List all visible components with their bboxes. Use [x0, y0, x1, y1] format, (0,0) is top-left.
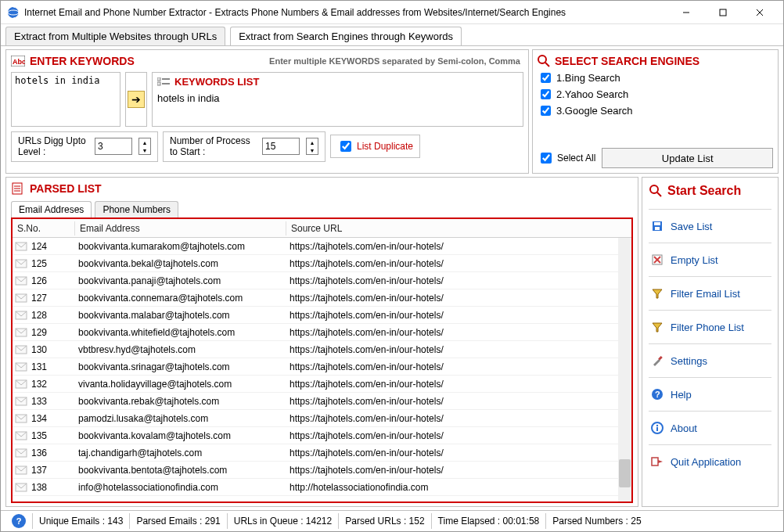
table-row[interactable]: 132vivanta.holidayvillage@tajhotels.comh… [13, 376, 631, 393]
magnifier-icon [538, 55, 550, 67]
search-engine-checkbox[interactable] [541, 73, 551, 83]
select-all-checkbox[interactable]: Select All [538, 150, 595, 166]
tab-email-addresses[interactable]: Email Addreses [11, 201, 92, 217]
table-row[interactable]: 124bookvivanta.kumarakom@tajhotels.comht… [13, 238, 631, 255]
search-engine-checkbox[interactable] [541, 106, 551, 116]
envelope-icon [14, 482, 28, 493]
cell-sno: 131 [30, 361, 77, 372]
envelope-icon [14, 327, 28, 338]
empty-list-button[interactable]: Empty List [649, 250, 771, 270]
maximize-button[interactable] [705, 2, 740, 23]
envelope-icon [14, 379, 28, 390]
cell-source-url: https://tajhotels.com/en-in/our-hotels/ [288, 465, 631, 476]
table-row[interactable]: 127bookvivanta.connemara@tajhotels.comht… [13, 289, 631, 307]
quit-button[interactable]: Quit Application [649, 451, 771, 472]
update-list-button[interactable]: Update List [602, 148, 773, 168]
filter-email-button[interactable]: Filter Email List [649, 283, 771, 304]
keywords-list-heading: KEYWORDS LIST [157, 76, 518, 88]
cell-email: bookvivanta.connemara@tajhotels.com [77, 293, 288, 304]
search-engine-item[interactable]: 3.Google Search [538, 103, 773, 118]
table-row[interactable]: 133bookvivanta.rebak@tajhotels.comhttps:… [13, 393, 631, 410]
col-email[interactable]: Email Address [75, 221, 286, 235]
cell-source-url: https://tajhotels.com/en-in/our-hotels/ [288, 310, 631, 321]
save-list-button[interactable]: Save List [649, 216, 771, 236]
status-help-icon[interactable]: ? [5, 513, 32, 529]
cell-email: pamodzi.lusaka@tajhotels.com [77, 413, 288, 424]
table-scrollbar[interactable] [618, 238, 631, 501]
about-button[interactable]: About [649, 418, 771, 438]
tab-phone-numbers[interactable]: Phone Numbers [95, 201, 178, 217]
digg-spinner[interactable]: ▲▼ [138, 138, 151, 155]
process-count-input[interactable] [262, 138, 300, 155]
table-row[interactable]: 135bookvivanta.kovalam@tajhotels.comhttp… [13, 427, 631, 444]
table-row[interactable]: 137bookvivanta.bentota@tajhotels.comhttp… [13, 462, 631, 479]
cell-sno: 125 [30, 258, 77, 269]
help-icon: ? [650, 387, 664, 401]
keywords-list-item[interactable]: hotels in india [157, 91, 518, 106]
col-sno[interactable]: S.No. [13, 221, 75, 235]
table-row[interactable]: 134pamodzi.lusaka@tajhotels.comhttps://t… [13, 410, 631, 427]
tab-extract-keywords[interactable]: Extract from Search Engines through Keyw… [230, 27, 462, 45]
table-row[interactable]: 126bookvivanta.panaji@tajhotels.comhttps… [13, 272, 631, 289]
cell-email: bookvivanta.bentota@tajhotels.com [77, 465, 288, 476]
statusbar: ? Unique Emails : 143 Parsed Emails : 29… [1, 510, 783, 530]
status-unique: Unique Emails : 143 [32, 513, 129, 529]
svg-text:Abc: Abc [13, 58, 25, 66]
col-source-url[interactable]: Source URL [286, 221, 631, 235]
svg-marker-50 [658, 460, 663, 463]
table-row[interactable]: 131bookvivanta.srinagar@tajhotels.comhtt… [13, 358, 631, 376]
filter-phone-label: Filter Phone List [671, 322, 744, 333]
cell-sno: 136 [30, 448, 77, 458]
cell-email: bookvivanta.rebak@tajhotels.com [77, 396, 288, 407]
table-row[interactable]: 136taj.chandigarh@tajhotels.comhttps://t… [13, 444, 631, 462]
actions-panel: Start Search Save List Empty List Filter… [642, 177, 779, 507]
list-duplicate-box: List Duplicate [330, 135, 420, 158]
svg-point-47 [656, 425, 658, 426]
empty-label: Empty List [671, 254, 718, 266]
table-row[interactable]: 138info@hotelassociationofindia.comhttp:… [13, 479, 631, 496]
keywords-hint: Enter multiple KEYWORDS separated by Sem… [269, 56, 520, 66]
svg-rect-3 [720, 9, 726, 16]
list-duplicate-input[interactable] [340, 141, 351, 152]
proc-label: Number of Process to Start : [170, 135, 256, 158]
envelope-icon [14, 275, 28, 286]
se-title: SELECT SEARCH ENGINES [555, 55, 699, 67]
filter-phone-button[interactable]: Filter Phone List [649, 317, 771, 337]
filter-email-label: Filter Email List [671, 288, 740, 300]
select-all-input[interactable] [541, 153, 552, 164]
digg-level-input[interactable] [95, 138, 132, 155]
scroll-thumb[interactable] [619, 459, 631, 487]
svg-line-13 [545, 63, 549, 66]
settings-label: Settings [671, 355, 707, 367]
start-search-label: Start Search [667, 184, 741, 198]
search-engine-item[interactable]: 2.Yahoo Search [538, 87, 773, 102]
keywords-input[interactable]: hotels in india [11, 72, 120, 127]
tab-extract-urls[interactable]: Extract from Multiple Websites through U… [5, 27, 225, 45]
table-row[interactable]: 125bookvivanta.bekal@tajhotels.comhttps:… [13, 255, 631, 272]
search-engine-item[interactable]: 1.Bing Search [538, 70, 773, 85]
settings-button[interactable]: Settings [649, 350, 771, 371]
about-icon [650, 421, 664, 435]
minimize-button[interactable] [668, 2, 703, 23]
table-row[interactable]: 130vbtbresv.hyd@tajhotels.comhttps://taj… [13, 341, 631, 358]
table-row[interactable]: 128bookvivanta.malabar@tajhotels.comhttp… [13, 307, 631, 324]
start-search-heading: Start Search [649, 184, 771, 203]
search-engine-checkbox[interactable] [541, 89, 551, 99]
list-duplicate-checkbox[interactable]: List Duplicate [337, 138, 413, 154]
cell-email: vbtbresv.hyd@tajhotels.com [77, 344, 288, 355]
add-keyword-button[interactable]: ➔ [128, 91, 145, 108]
svg-rect-11 [162, 83, 170, 84]
cell-email: bookvivanta.kovalam@tajhotels.com [77, 430, 288, 441]
table-row[interactable]: 129bookvivanta.whitefield@tajhotels.comh… [13, 324, 631, 341]
cell-source-url: https://tajhotels.com/en-in/our-hotels/ [288, 327, 631, 338]
cell-source-url: https://tajhotels.com/en-in/our-hotels/ [288, 413, 631, 424]
quit-icon [650, 455, 664, 469]
cell-email: bookvivanta.srinagar@tajhotels.com [77, 361, 288, 372]
close-button[interactable] [742, 2, 777, 23]
help-button[interactable]: ? Help [649, 384, 771, 404]
window-title: Internet Email and Phone Number Extracto… [24, 7, 668, 18]
proc-spinner[interactable]: ▲▼ [306, 138, 318, 155]
parsed-panel: PARSED LIST Email Addreses Phone Numbers… [5, 177, 638, 507]
svg-rect-36 [654, 222, 660, 225]
svg-rect-49 [652, 458, 658, 466]
